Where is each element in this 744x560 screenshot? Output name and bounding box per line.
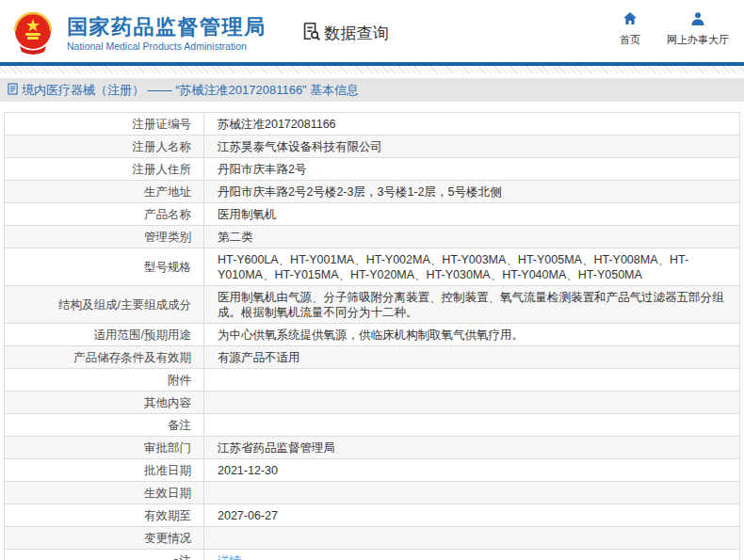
table-row: 审批部门江苏省药品监督管理局 — [5, 437, 740, 459]
row-label: 备注 — [5, 414, 204, 437]
row-value: 丹阳市庆丰路2号2号楼2-3层，3号楼1-2层，5号楼北侧 — [204, 181, 740, 203]
row-label: 有效期至 — [5, 504, 204, 527]
row-value: 2027-06-27 — [204, 504, 740, 527]
table-row: 有效期至2027-06-27 — [5, 504, 740, 527]
data-query-label: 数据查询 — [325, 23, 389, 44]
row-label: 产品名称 — [5, 203, 204, 226]
user-icon — [690, 11, 705, 28]
table-row: 其他内容 — [5, 392, 740, 414]
row-value: 丹阳市庆丰路2号 — [204, 158, 740, 181]
home-icon — [623, 11, 638, 28]
site-header: 国家药品监督管理局 National Medical Products Admi… — [0, 0, 744, 62]
table-row: 管理类别第二类 — [5, 226, 740, 248]
row-value — [204, 369, 740, 392]
page-icon — [8, 83, 18, 98]
table-row: 型号规格HT-Y600LA、HT-Y001MA、HT-Y002MA、HT-Y00… — [5, 248, 740, 286]
row-value: 江苏省药品监督管理局 — [204, 437, 740, 459]
row-label: 审批部门 — [5, 437, 204, 459]
table-row: 备注 — [5, 414, 740, 437]
nmpa-emblem-logo — [8, 8, 58, 58]
row-value: HT-Y600LA、HT-Y001MA、HT-Y002MA、HT-Y003MA、… — [204, 248, 740, 286]
detail-link[interactable]: 详情 — [218, 554, 241, 560]
registration-info-table-wrap: 注册证编号苏械注准20172081166注册人名称江苏昊泰气体设备科技有限公司注… — [4, 112, 740, 560]
row-label: 结构及组成/主要组成成分 — [5, 286, 204, 324]
table-row: 生效日期 — [5, 482, 740, 504]
row-label: 适用范围/预期用途 — [5, 324, 204, 346]
row-label: 生产地址 — [5, 181, 204, 203]
row-value: 第二类 — [204, 226, 740, 248]
row-label: 注册证编号 — [5, 113, 204, 136]
table-row: 产品名称医用制氧机 — [5, 203, 740, 226]
table-row: 变更情况 — [5, 527, 740, 550]
row-label: 其他内容 — [5, 392, 204, 414]
row-label: 产品储存条件及有效期 — [5, 346, 204, 369]
row-label: 生效日期 — [5, 482, 204, 504]
table-row: 产品储存条件及有效期有源产品不适用 — [5, 346, 740, 369]
row-value: 医用制氧机由气源、分子筛吸附分离装置、控制装置、氧气流量检测装置和产品气过滤器五… — [204, 286, 740, 324]
row-label: 批准日期 — [5, 459, 204, 482]
nav-home[interactable]: 首页 — [620, 11, 640, 47]
data-query-heading: 数据查询 — [300, 21, 389, 46]
nav-service-hall-label: 网上办事大厅 — [667, 33, 729, 47]
table-row: 注册证编号苏械注准20172081166 — [5, 113, 740, 136]
site-subtitle: National Medical Products Administration — [67, 40, 267, 52]
registration-info-table: 注册证编号苏械注准20172081166注册人名称江苏昊泰气体设备科技有限公司注… — [4, 112, 740, 560]
info-table-body: 注册证编号苏械注准20172081166注册人名称江苏昊泰气体设备科技有限公司注… — [5, 113, 740, 560]
table-row: 注册人名称江苏昊泰气体设备科技有限公司 — [5, 136, 740, 158]
nav-service-hall[interactable]: 网上办事大厅 — [667, 11, 729, 47]
site-title-block: 国家药品监督管理局 National Medical Products Admi… — [67, 15, 267, 52]
row-label: 注册人名称 — [5, 136, 204, 158]
top-nav: 首页 网上办事大厅 — [620, 11, 729, 47]
row-value: 医用制氧机 — [204, 203, 740, 226]
row-label: 管理类别 — [5, 226, 204, 248]
row-value: 为中心供氧系统提供氧源，供临床机构制取氧气供氧疗用。 — [204, 324, 740, 346]
breadcrumb: 境内医疗器械（注册） —— “苏械注准20172081166” 基本信息 — [0, 78, 744, 102]
row-value: 江苏昊泰气体设备科技有限公司 — [204, 136, 740, 158]
document-search-icon — [300, 21, 321, 46]
row-value: 有源产品不适用 — [204, 346, 740, 369]
row-label: 变更情况 — [5, 527, 204, 550]
row-value — [204, 392, 740, 414]
site-title: 国家药品监督管理局 — [67, 15, 267, 40]
row-label: 型号规格 — [5, 248, 204, 286]
row-value — [204, 527, 740, 550]
hatch-band — [0, 66, 744, 73]
table-row: 附件 — [5, 369, 740, 392]
table-row: ●注详情 — [5, 550, 740, 560]
table-row: 注册人住所丹阳市庆丰路2号 — [5, 158, 740, 181]
row-label: 注册人住所 — [5, 158, 204, 181]
row-value: 苏械注准20172081166 — [204, 113, 740, 136]
row-value: 详情 — [204, 550, 740, 560]
row-value — [204, 414, 740, 437]
row-label: 附件 — [5, 369, 204, 392]
row-label: ●注 — [5, 550, 204, 560]
table-row: 批准日期2021-12-30 — [5, 459, 740, 482]
row-value: 2021-12-30 — [204, 459, 740, 482]
nav-home-label: 首页 — [620, 33, 640, 47]
table-row: 适用范围/预期用途为中心供氧系统提供氧源，供临床机构制取氧气供氧疗用。 — [5, 324, 740, 346]
row-value — [204, 482, 740, 504]
breadcrumb-text: 境内医疗器械（注册） —— “苏械注准20172081166” 基本信息 — [22, 82, 359, 99]
table-row: 生产地址丹阳市庆丰路2号2号楼2-3层，3号楼1-2层，5号楼北侧 — [5, 181, 740, 203]
table-row: 结构及组成/主要组成成分医用制氧机由气源、分子筛吸附分离装置、控制装置、氧气流量… — [5, 286, 740, 324]
